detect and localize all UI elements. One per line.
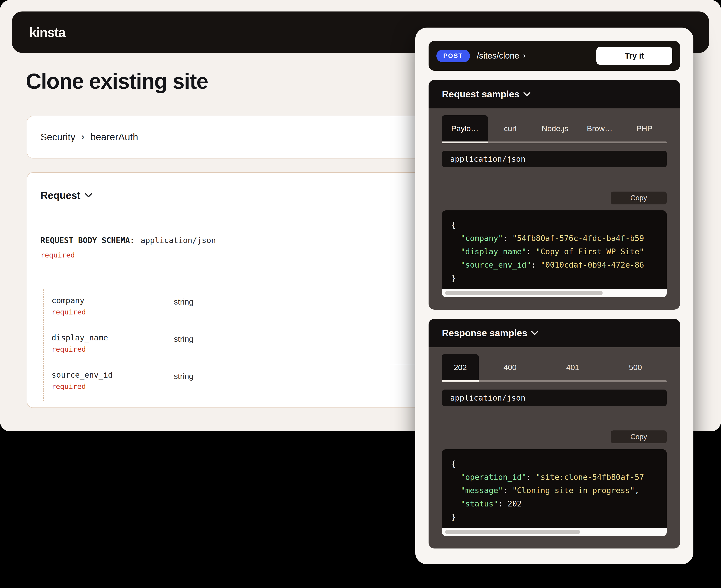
chevron-right-icon: › bbox=[523, 51, 525, 60]
schema-field-row: source_env_idrequiredstring bbox=[52, 364, 469, 401]
copy-button[interactable]: Copy bbox=[610, 192, 667, 205]
canvas: kinsta Clone existing site Security › be… bbox=[0, 0, 721, 588]
chevron-down-icon bbox=[523, 92, 530, 96]
tab-node-js[interactable]: Node.js bbox=[533, 115, 578, 142]
method-badge: POST bbox=[436, 49, 470, 62]
request-section-title: Request bbox=[40, 190, 80, 201]
field-name: display_name bbox=[52, 333, 174, 342]
request-code-block: { "company": "54fb80af-576c-4fdc-ba4f-b5… bbox=[442, 210, 667, 297]
copy-button[interactable]: Copy bbox=[610, 430, 667, 443]
request-samples-body: Paylo…curlNode.jsBrow…PHP application/js… bbox=[428, 108, 680, 310]
request-section-toggle[interactable]: Request bbox=[40, 190, 469, 201]
schema-line: REQUEST BODY SCHEMA:application/json bbox=[40, 236, 469, 245]
endpoint-path: /sites/clone bbox=[477, 51, 519, 61]
chevron-down-icon bbox=[85, 193, 92, 197]
response-content-type-box: application/json bbox=[442, 390, 667, 406]
response-code-scrollbar[interactable] bbox=[442, 528, 667, 536]
request-code: { "company": "54fb80af-576c-4fdc-ba4f-b5… bbox=[442, 210, 667, 289]
response-code-block: { "operation_id": "site:clone-54fb80af-5… bbox=[442, 449, 667, 536]
scrollbar-thumb[interactable] bbox=[445, 291, 603, 295]
field-name: source_env_id bbox=[52, 370, 174, 379]
chevron-down-icon bbox=[531, 331, 538, 335]
response-samples-title: Response samples bbox=[442, 328, 527, 339]
request-card: Request REQUEST BODY SCHEMA:application/… bbox=[27, 172, 483, 408]
response-samples-panel: Response samples 202400401500 applicatio… bbox=[428, 319, 680, 548]
schema-field-row: companyrequiredstring bbox=[52, 289, 469, 327]
response-samples-body: 202400401500 application/json Copy { "op… bbox=[428, 347, 680, 548]
kinsta-logo[interactable]: kinsta bbox=[29, 25, 65, 40]
request-samples-title: Request samples bbox=[442, 89, 519, 100]
endpoint-bar[interactable]: POST /sites/clone › Try it bbox=[428, 41, 680, 71]
request-samples-panel: Request samples Paylo…curlNode.jsBrow…PH… bbox=[428, 80, 680, 310]
tab-401[interactable]: 401 bbox=[541, 354, 604, 380]
response-code: { "operation_id": "site:clone-54fb80af-5… bbox=[442, 449, 667, 528]
request-samples-header[interactable]: Request samples bbox=[428, 80, 680, 108]
scrollbar-thumb[interactable] bbox=[445, 530, 580, 534]
api-panel: POST /sites/clone › Try it Request sampl… bbox=[415, 27, 694, 564]
tab-paylo-[interactable]: Paylo… bbox=[442, 115, 488, 142]
tab-php[interactable]: PHP bbox=[622, 115, 667, 142]
schema-field-row: display_namerequiredstring bbox=[52, 327, 469, 364]
security-card[interactable]: Security › bearerAuth bbox=[27, 116, 483, 159]
field-required-flag: required bbox=[52, 345, 174, 353]
schema-required-flag: required bbox=[40, 251, 469, 259]
tab-curl[interactable]: curl bbox=[488, 115, 533, 142]
schema-content-type: application/json bbox=[140, 236, 216, 245]
schema-fields: companyrequiredstringdisplay_namerequire… bbox=[43, 289, 469, 401]
request-code-scrollbar[interactable] bbox=[442, 289, 667, 297]
security-label: Security bbox=[40, 132, 75, 143]
response-samples-tabs: 202400401500 bbox=[442, 354, 667, 382]
field-required-flag: required bbox=[52, 382, 174, 391]
request-samples-tabs: Paylo…curlNode.jsBrow…PHP bbox=[442, 115, 667, 143]
schema-label: REQUEST BODY SCHEMA: bbox=[40, 236, 135, 245]
try-it-button[interactable]: Try it bbox=[596, 47, 672, 65]
tab-brow-[interactable]: Brow… bbox=[577, 115, 622, 142]
response-samples-header[interactable]: Response samples bbox=[428, 319, 680, 347]
tab-400[interactable]: 400 bbox=[479, 354, 541, 380]
field-required-flag: required bbox=[52, 308, 174, 316]
page-title: Clone existing site bbox=[26, 69, 208, 94]
tab-500[interactable]: 500 bbox=[604, 354, 667, 380]
request-content-type-box: application/json bbox=[442, 151, 667, 167]
field-name: company bbox=[52, 296, 174, 305]
chevron-right-icon: › bbox=[81, 132, 84, 142]
tab-202[interactable]: 202 bbox=[442, 354, 479, 380]
security-scheme: bearerAuth bbox=[91, 132, 138, 143]
